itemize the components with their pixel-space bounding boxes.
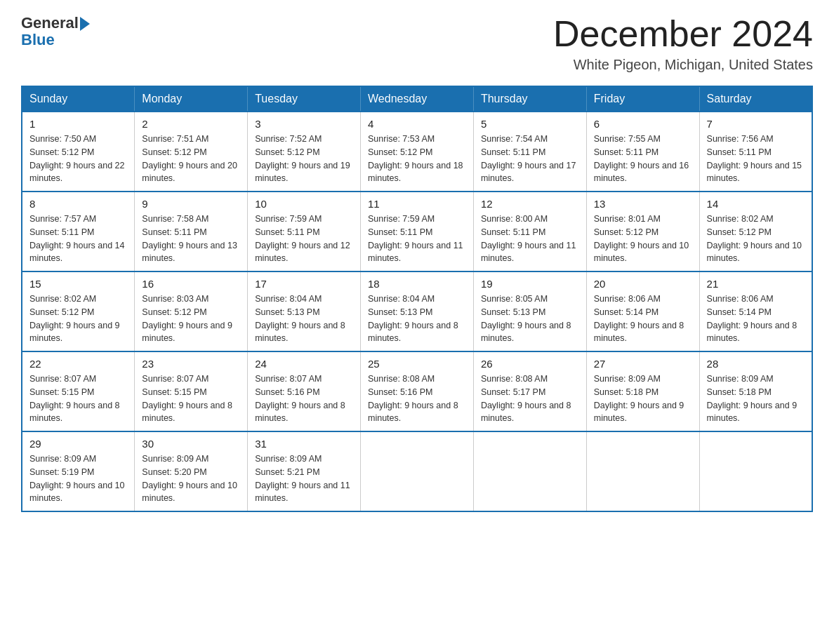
weekday-header-friday: Friday [586,86,699,112]
calendar-cell: 22 Sunrise: 8:07 AMSunset: 5:15 PMDaylig… [22,351,135,431]
day-info: Sunrise: 8:06 AMSunset: 5:14 PMDaylight:… [594,294,684,343]
calendar-cell: 17 Sunrise: 8:04 AMSunset: 5:13 PMDaylig… [248,271,361,351]
day-info: Sunrise: 8:08 AMSunset: 5:16 PMDaylight:… [368,374,458,423]
day-info: Sunrise: 8:07 AMSunset: 5:15 PMDaylight:… [142,374,232,423]
calendar-cell: 9 Sunrise: 7:58 AMSunset: 5:11 PMDayligh… [135,192,248,271]
day-number: 20 [594,278,692,290]
calendar-cell: 28 Sunrise: 8:09 AMSunset: 5:18 PMDaylig… [699,351,812,431]
calendar-week-4: 22 Sunrise: 8:07 AMSunset: 5:15 PMDaylig… [22,351,812,431]
day-number: 30 [142,438,240,450]
calendar-cell: 4 Sunrise: 7:53 AMSunset: 5:12 PMDayligh… [361,112,474,192]
day-number: 25 [368,358,466,370]
calendar-cell [699,431,812,511]
day-number: 19 [481,278,579,290]
logo-blue-text: Blue [21,31,55,49]
day-number: 11 [368,198,466,210]
logo: General Blue [21,14,90,49]
day-number: 16 [142,278,240,290]
day-number: 7 [707,118,805,130]
day-number: 5 [481,118,579,130]
calendar-cell: 11 Sunrise: 7:59 AMSunset: 5:11 PMDaylig… [361,192,474,271]
page-header: General Blue December 2024 White Pigeon,… [21,14,813,73]
calendar-header-row: SundayMondayTuesdayWednesdayThursdayFrid… [22,86,812,112]
calendar-cell: 2 Sunrise: 7:51 AMSunset: 5:12 PMDayligh… [135,112,248,192]
calendar-cell: 29 Sunrise: 8:09 AMSunset: 5:19 PMDaylig… [22,431,135,511]
calendar-cell: 21 Sunrise: 8:06 AMSunset: 5:14 PMDaylig… [699,271,812,351]
day-number: 14 [707,198,805,210]
day-info: Sunrise: 8:04 AMSunset: 5:13 PMDaylight:… [368,294,458,343]
day-number: 3 [255,118,353,130]
day-number: 29 [29,438,127,450]
day-info: Sunrise: 7:50 AMSunset: 5:12 PMDaylight:… [29,134,125,183]
location-title: White Pigeon, Michigan, United States [553,57,813,73]
title-section: December 2024 White Pigeon, Michigan, Un… [553,14,813,73]
calendar-cell: 12 Sunrise: 8:00 AMSunset: 5:11 PMDaylig… [473,192,586,271]
day-number: 10 [255,198,353,210]
day-number: 15 [29,278,127,290]
day-number: 2 [142,118,240,130]
calendar-cell: 14 Sunrise: 8:02 AMSunset: 5:12 PMDaylig… [699,192,812,271]
calendar-cell: 26 Sunrise: 8:08 AMSunset: 5:17 PMDaylig… [473,351,586,431]
day-info: Sunrise: 8:02 AMSunset: 5:12 PMDaylight:… [707,214,802,263]
day-number: 1 [29,118,127,130]
day-number: 24 [255,358,353,370]
calendar-cell: 19 Sunrise: 8:05 AMSunset: 5:13 PMDaylig… [473,271,586,351]
calendar-cell: 1 Sunrise: 7:50 AMSunset: 5:12 PMDayligh… [22,112,135,192]
day-number: 17 [255,278,353,290]
calendar-week-5: 29 Sunrise: 8:09 AMSunset: 5:19 PMDaylig… [22,431,812,511]
calendar-cell: 5 Sunrise: 7:54 AMSunset: 5:11 PMDayligh… [473,112,586,192]
weekday-header-thursday: Thursday [473,86,586,112]
calendar-cell: 20 Sunrise: 8:06 AMSunset: 5:14 PMDaylig… [586,271,699,351]
calendar-table: SundayMondayTuesdayWednesdayThursdayFrid… [21,86,813,512]
calendar-week-2: 8 Sunrise: 7:57 AMSunset: 5:11 PMDayligh… [22,192,812,271]
day-number: 22 [29,358,127,370]
day-number: 4 [368,118,466,130]
calendar-cell: 7 Sunrise: 7:56 AMSunset: 5:11 PMDayligh… [699,112,812,192]
day-info: Sunrise: 8:05 AMSunset: 5:13 PMDaylight:… [481,294,571,343]
day-info: Sunrise: 8:09 AMSunset: 5:20 PMDaylight:… [142,454,237,503]
day-info: Sunrise: 7:59 AMSunset: 5:11 PMDaylight:… [368,214,463,263]
weekday-header-wednesday: Wednesday [361,86,474,112]
day-number: 18 [368,278,466,290]
day-info: Sunrise: 8:02 AMSunset: 5:12 PMDaylight:… [29,294,120,343]
calendar-cell [586,431,699,511]
day-info: Sunrise: 8:01 AMSunset: 5:12 PMDaylight:… [594,214,689,263]
day-info: Sunrise: 8:07 AMSunset: 5:16 PMDaylight:… [255,374,345,423]
day-number: 27 [594,358,692,370]
calendar-cell: 3 Sunrise: 7:52 AMSunset: 5:12 PMDayligh… [248,112,361,192]
day-number: 12 [481,198,579,210]
calendar-cell: 27 Sunrise: 8:09 AMSunset: 5:18 PMDaylig… [586,351,699,431]
logo-arrow-icon [80,17,90,31]
calendar-cell: 16 Sunrise: 8:03 AMSunset: 5:12 PMDaylig… [135,271,248,351]
day-number: 23 [142,358,240,370]
calendar-cell: 13 Sunrise: 8:01 AMSunset: 5:12 PMDaylig… [586,192,699,271]
day-info: Sunrise: 8:00 AMSunset: 5:11 PMDaylight:… [481,214,576,263]
day-info: Sunrise: 8:09 AMSunset: 5:19 PMDaylight:… [29,454,125,503]
day-info: Sunrise: 7:58 AMSunset: 5:11 PMDaylight:… [142,214,237,263]
day-info: Sunrise: 8:07 AMSunset: 5:15 PMDaylight:… [29,374,120,423]
calendar-cell: 10 Sunrise: 7:59 AMSunset: 5:11 PMDaylig… [248,192,361,271]
day-number: 31 [255,438,353,450]
day-info: Sunrise: 8:04 AMSunset: 5:13 PMDaylight:… [255,294,345,343]
day-info: Sunrise: 7:51 AMSunset: 5:12 PMDaylight:… [142,134,237,183]
day-info: Sunrise: 7:57 AMSunset: 5:11 PMDaylight:… [29,214,125,263]
day-number: 28 [707,358,805,370]
day-number: 8 [29,198,127,210]
weekday-header-tuesday: Tuesday [248,86,361,112]
calendar-cell: 6 Sunrise: 7:55 AMSunset: 5:11 PMDayligh… [586,112,699,192]
day-info: Sunrise: 8:09 AMSunset: 5:18 PMDaylight:… [707,374,797,423]
day-info: Sunrise: 8:09 AMSunset: 5:21 PMDaylight:… [255,454,350,503]
calendar-cell: 15 Sunrise: 8:02 AMSunset: 5:12 PMDaylig… [22,271,135,351]
calendar-cell: 8 Sunrise: 7:57 AMSunset: 5:11 PMDayligh… [22,192,135,271]
day-number: 21 [707,278,805,290]
calendar-cell: 31 Sunrise: 8:09 AMSunset: 5:21 PMDaylig… [248,431,361,511]
day-info: Sunrise: 8:03 AMSunset: 5:12 PMDaylight:… [142,294,232,343]
day-number: 9 [142,198,240,210]
day-number: 6 [594,118,692,130]
day-info: Sunrise: 7:56 AMSunset: 5:11 PMDaylight:… [707,134,802,183]
weekday-header-monday: Monday [135,86,248,112]
day-info: Sunrise: 8:06 AMSunset: 5:14 PMDaylight:… [707,294,797,343]
day-info: Sunrise: 7:52 AMSunset: 5:12 PMDaylight:… [255,134,350,183]
calendar-cell: 30 Sunrise: 8:09 AMSunset: 5:20 PMDaylig… [135,431,248,511]
month-title: December 2024 [553,14,813,54]
